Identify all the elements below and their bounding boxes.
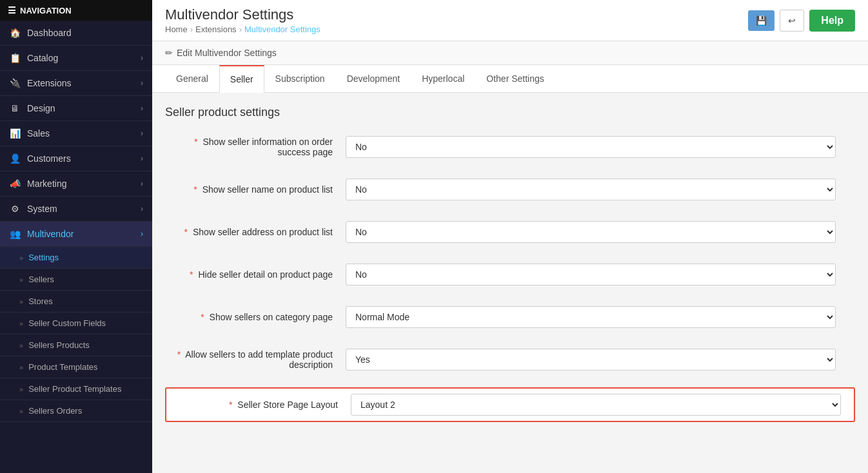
tab-seller[interactable]: Seller <box>219 65 264 93</box>
sales-icon: 📊 <box>9 128 21 139</box>
marketing-icon: 📣 <box>9 178 21 189</box>
required-star: * <box>201 312 204 322</box>
customers-icon: 👤 <box>9 153 21 164</box>
sidebar-subitem-sellers-products[interactable]: » Sellers Products <box>0 334 152 356</box>
sidebar-subitem-seller-custom-fields[interactable]: » Seller Custom Fields <box>0 313 152 334</box>
sidebar-subitem-seller-product-templates[interactable]: » Seller Product Templates <box>0 378 152 400</box>
breadcrumb: Home › Extensions › Multivendor Settings <box>165 24 321 34</box>
sidebar-item-design[interactable]: 🖥 Design › <box>0 96 152 121</box>
chevron-right-sm-icon: » <box>19 298 23 305</box>
tab-hyperlocal[interactable]: Hyperlocal <box>411 65 475 93</box>
sidebar-subitem-sellers[interactable]: » Sellers <box>0 269 152 291</box>
design-icon: 🖥 <box>9 102 21 114</box>
chevron-right-icon: › <box>141 104 143 113</box>
chevron-right-icon: › <box>141 179 143 188</box>
chevron-right-icon: › <box>141 204 143 213</box>
select-show-seller-name[interactable]: No Yes <box>346 179 836 200</box>
tab-other-settings[interactable]: Other Settings <box>475 65 555 93</box>
sidebar-item-label: Multivendor <box>27 229 74 239</box>
chevron-right-icon: › <box>141 129 143 138</box>
select-show-seller-info[interactable]: No Yes <box>346 136 836 158</box>
breadcrumb-sep-1: › <box>190 24 193 34</box>
select-allow-template-description[interactable]: Yes No <box>346 349 836 371</box>
required-star: * <box>229 400 232 410</box>
chevron-right-sm-icon: » <box>19 342 23 349</box>
sidebar-subitem-stores[interactable]: » Stores <box>0 291 152 313</box>
sidebar-subitem-label: Seller Custom Fields <box>28 318 106 328</box>
tab-general[interactable]: General <box>165 65 219 93</box>
form-row-show-seller-name: * Show seller name on product list No Ye… <box>165 175 855 204</box>
section-title: Seller product settings <box>165 106 855 119</box>
sidebar-subitem-label: Stores <box>28 296 53 306</box>
back-button[interactable]: ↩ <box>780 10 804 32</box>
chevron-right-sm-icon: » <box>19 385 23 393</box>
sidebar-item-label: Design <box>27 103 55 113</box>
settings-content: Seller product settings * Show seller in… <box>152 93 868 448</box>
field-label-show-seller-name: * Show seller name on product list <box>165 184 346 195</box>
select-show-seller-address[interactable]: No Yes <box>346 221 836 243</box>
sidebar-item-sales[interactable]: 📊 Sales › <box>0 121 152 146</box>
topbar: Multivendor Settings Home › Extensions ›… <box>152 0 868 41</box>
breadcrumb-extensions[interactable]: Extensions <box>195 24 237 34</box>
chevron-right-icon: › <box>141 229 143 238</box>
sidebar-subitem-label: Sellers Products <box>28 340 90 350</box>
breadcrumb-current: Multivendor Settings <box>244 24 321 34</box>
required-star: * <box>194 137 197 147</box>
sidebar: ☰ NAVIGATION 🏠 Dashboard 📋 Catalog › 🔌 E… <box>0 0 152 473</box>
sidebar-item-multivendor[interactable]: 👥 Multivendor › <box>0 222 152 247</box>
chevron-right-sm-icon: » <box>19 363 23 371</box>
help-button[interactable]: Help <box>809 10 855 32</box>
required-star: * <box>193 184 197 195</box>
field-label-hide-seller-detail: * Hide seller detail on product page <box>165 269 346 280</box>
sidebar-item-dashboard[interactable]: 🏠 Dashboard <box>0 21 152 46</box>
sidebar-item-label: System <box>27 204 57 214</box>
nav-header: ☰ NAVIGATION <box>0 0 152 21</box>
sidebar-subitem-label: Sellers <box>28 275 54 284</box>
chevron-right-sm-icon: » <box>19 320 23 327</box>
field-label-show-sellers-category: * Show sellers on category page <box>165 312 346 322</box>
field-label-show-seller-info: * Show seller information on order succe… <box>165 137 346 157</box>
sidebar-subitem-sellers-orders[interactable]: » Sellers Orders <box>0 400 152 422</box>
sidebar-subitem-label: Seller Product Templates <box>28 384 121 394</box>
chevron-right-icon: › <box>141 53 143 63</box>
sidebar-item-label: Sales <box>27 128 50 139</box>
form-row-show-seller-address: * Show seller address on product list No… <box>165 217 855 247</box>
tab-development[interactable]: Development <box>336 65 411 93</box>
form-row-seller-store-layout: * Seller Store Page Layout Layout 1 Layo… <box>165 387 855 422</box>
multivendor-icon: 👥 <box>9 228 21 240</box>
sidebar-item-catalog[interactable]: 📋 Catalog › <box>0 46 152 71</box>
tab-subscription[interactable]: Subscription <box>264 65 336 93</box>
sidebar-subitem-settings[interactable]: » Settings <box>0 247 152 269</box>
system-icon: ⚙ <box>9 203 21 215</box>
sidebar-item-label: Extensions <box>27 78 71 88</box>
sidebar-item-marketing[interactable]: 📣 Marketing › <box>0 171 152 197</box>
field-label-show-seller-address: * Show seller address on product list <box>165 227 346 237</box>
topbar-left: Multivendor Settings Home › Extensions ›… <box>165 6 321 34</box>
select-seller-store-layout[interactable]: Layout 1 Layout 2 Layout 3 <box>351 394 841 416</box>
select-hide-seller-detail[interactable]: No Yes <box>346 264 836 285</box>
tabs-bar: General Seller Subscription Development … <box>152 65 868 93</box>
sidebar-item-system[interactable]: ⚙ System › <box>0 197 152 222</box>
breadcrumb-home[interactable]: Home <box>165 24 188 34</box>
nav-title: NAVIGATION <box>20 6 72 15</box>
extensions-icon: 🔌 <box>9 77 21 89</box>
form-row-hide-seller-detail: * Hide seller detail on product page No … <box>165 260 855 289</box>
field-label-allow-template-description: * Allow sellers to add template product … <box>165 349 346 370</box>
chevron-right-sm-icon: » <box>19 276 23 284</box>
sidebar-item-label: Catalog <box>27 53 58 63</box>
sidebar-item-label: Dashboard <box>27 28 72 38</box>
select-show-sellers-category[interactable]: Normal Mode Advanced Mode No <box>346 306 836 328</box>
sidebar-item-customers[interactable]: 👤 Customers › <box>0 146 152 171</box>
form-row-allow-template-description: * Allow sellers to add template product … <box>165 345 855 374</box>
sidebar-subitem-product-templates[interactable]: » Product Templates <box>0 356 152 378</box>
form-row-show-sellers-category: * Show sellers on category page Normal M… <box>165 302 855 332</box>
form-row-show-seller-info: * Show seller information on order succe… <box>165 132 855 162</box>
sidebar-subitem-label: Sellers Orders <box>28 406 82 416</box>
edit-header: ✏ Edit Multivendor Settings <box>152 41 868 65</box>
sidebar-item-extensions[interactable]: 🔌 Extensions › <box>0 71 152 96</box>
sidebar-subitem-label: Settings <box>28 253 59 262</box>
page-title: Multivendor Settings <box>165 6 321 23</box>
chevron-right-sm-icon: » <box>19 254 23 262</box>
save-button[interactable]: 💾 <box>748 10 774 31</box>
edit-header-text: Edit Multivendor Settings <box>177 48 277 58</box>
